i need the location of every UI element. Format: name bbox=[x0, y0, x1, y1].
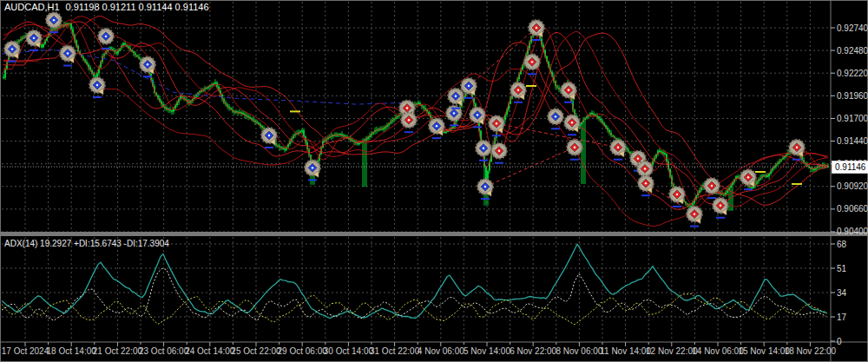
signal-marker-blue[interactable] bbox=[60, 46, 76, 66]
chart-title: AUDCAD,H10.91198 0.91211 0.91144 0.91146 bbox=[4, 2, 215, 12]
time-axis-label: 17 Oct 2024 bbox=[2, 346, 49, 356]
time-axis-label: 14 Nov 06:00 bbox=[692, 346, 744, 356]
price-axis-label: 0.92480 bbox=[837, 46, 868, 56]
price-axis[interactable]: 0.927400.924800.922200.919600.917000.914… bbox=[831, 23, 868, 237]
price-axis-label: 0.91440 bbox=[837, 136, 868, 146]
signal-marker-red[interactable] bbox=[564, 115, 580, 135]
price-axis-label: 0.91700 bbox=[837, 114, 868, 123]
ohlc-values: 0.91198 0.91211 0.91144 0.91146 bbox=[66, 2, 209, 12]
time-axis-label: 24 Oct 14:00 bbox=[185, 346, 235, 356]
signal-marker-red[interactable] bbox=[401, 112, 417, 132]
signal-marker-blue[interactable] bbox=[140, 56, 155, 76]
price-axis-label: 0.90660 bbox=[837, 204, 868, 214]
adx-lines-layer bbox=[2, 244, 827, 325]
signal-marker-red[interactable] bbox=[567, 140, 582, 160]
time-axis-label: 29 Oct 06:00 bbox=[278, 346, 328, 356]
time-axis-label: 18 Oct 14:00 bbox=[47, 346, 97, 356]
signal-marker-blue[interactable] bbox=[261, 128, 277, 148]
price-axis-label: 0.91960 bbox=[837, 91, 868, 101]
price-axis-label: 0.92220 bbox=[837, 69, 868, 78]
current-price-box: 0.91146 bbox=[832, 161, 868, 174]
signal-marker-red[interactable] bbox=[713, 198, 728, 218]
signal-marker-red[interactable] bbox=[561, 82, 576, 102]
time-axis-label: 12 Nov 22:00 bbox=[646, 346, 698, 356]
time-axis-label: 21 Oct 22:00 bbox=[93, 346, 143, 356]
time-axis-label: 11 Nov 14:00 bbox=[600, 346, 651, 356]
price-axis-label: 0.90400 bbox=[837, 227, 868, 236]
time-axis-label: 25 Oct 22:00 bbox=[231, 346, 281, 356]
signal-marker-red[interactable] bbox=[491, 143, 507, 163]
price-axis-label: 0.92740 bbox=[837, 23, 868, 33]
time-axis-label: 18 Nov 22:00 bbox=[785, 346, 837, 356]
indicator-axis-label: 0 bbox=[837, 337, 842, 346]
signal-marker-blue[interactable] bbox=[89, 77, 105, 97]
indicator-label: ADX(14) 19.2927 +DI:15.6743 -DI:17.3904 bbox=[4, 239, 169, 248]
indicator-axis-label: 51 bbox=[837, 264, 847, 273]
time-axis-label: 6 Nov 22:00 bbox=[510, 346, 556, 356]
time-axis-label: 23 Oct 06:00 bbox=[139, 346, 189, 356]
indicator-axis[interactable]: 685134170 bbox=[831, 240, 847, 346]
indicator-axis-label: 68 bbox=[837, 240, 847, 249]
time-axis-label: 15 Nov 14:00 bbox=[738, 346, 790, 356]
indicator-axis-label: 34 bbox=[837, 288, 847, 298]
chart-canvas[interactable]: 0.927400.924800.922200.919600.917000.914… bbox=[0, 0, 868, 362]
time-axis[interactable]: 17 Oct 202418 Oct 14:0021 Oct 22:0023 Oc… bbox=[2, 342, 837, 356]
price-axis-label: 0.90920 bbox=[837, 181, 868, 191]
signal-marker-red[interactable] bbox=[610, 140, 626, 160]
signal-marker-blue[interactable] bbox=[4, 42, 20, 62]
time-axis-label: 31 Oct 22:00 bbox=[370, 346, 420, 356]
panel-frame bbox=[0, 0, 868, 362]
symbol-timeframe-label: AUDCAD,H1 bbox=[4, 2, 60, 12]
signal-marker-blue[interactable] bbox=[548, 109, 563, 128]
signal-marker-red[interactable] bbox=[789, 140, 805, 160]
time-axis-label: 5 Nov 14:00 bbox=[464, 346, 510, 356]
indicator-axis-label: 17 bbox=[837, 313, 847, 322]
signal-marker-red[interactable] bbox=[638, 175, 654, 195]
time-axis-label: 8 Nov 06:00 bbox=[556, 346, 602, 356]
time-axis-label: 30 Oct 14:00 bbox=[324, 346, 374, 356]
signal-marker-blue[interactable] bbox=[477, 179, 493, 199]
chart-window: 0.927400.924800.922200.919600.917000.914… bbox=[0, 0, 868, 362]
signal-marker-blue[interactable] bbox=[26, 30, 42, 50]
time-axis-label: 4 Nov 06:00 bbox=[418, 346, 464, 356]
